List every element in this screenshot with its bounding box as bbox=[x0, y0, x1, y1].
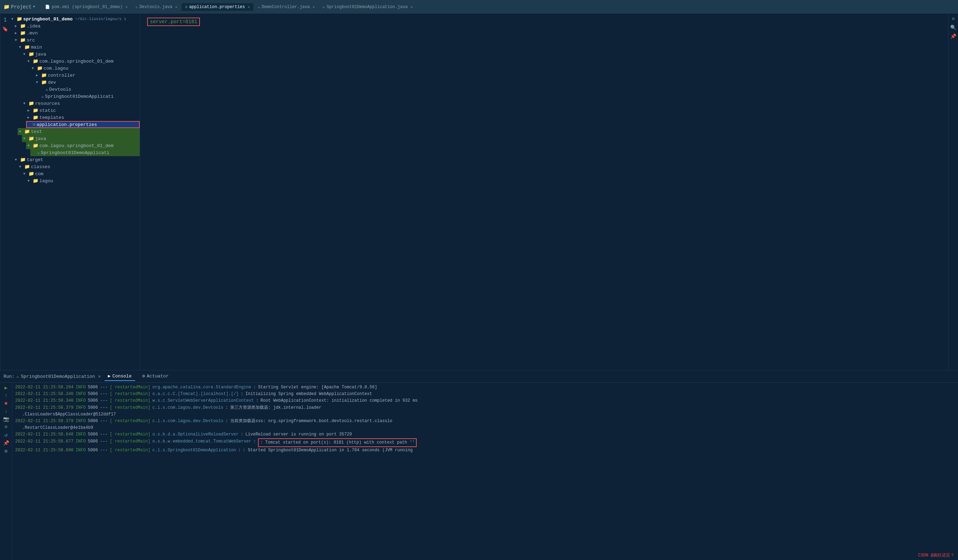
tab-democontroller-close[interactable]: ✕ bbox=[312, 5, 315, 9]
tree-lagou[interactable]: ▼ 📁 lagou bbox=[26, 177, 140, 184]
tree-classes-com[interactable]: ▼ 📁 com bbox=[22, 170, 140, 177]
tab-pom[interactable]: 📄 pom.xml (springboot_01_demo) ✕ bbox=[41, 3, 131, 11]
tab-devtools[interactable]: ☕ Devtools.java ✕ bbox=[132, 3, 181, 11]
run-tab-actuator[interactable]: ⚙ Actuator bbox=[139, 372, 172, 381]
run-icon-refresh[interactable]: ↺ bbox=[5, 432, 7, 438]
static-label: static bbox=[40, 108, 56, 113]
run-tab-console[interactable]: ▶ Console bbox=[105, 372, 135, 381]
log-pid-3: 5006 bbox=[88, 397, 98, 404]
java-file-icon-2: ☕ bbox=[258, 5, 260, 9]
panel-icon-1[interactable]: 1 bbox=[3, 17, 7, 23]
com-folder-icon: 📁 bbox=[33, 59, 38, 64]
main-folder-icon: 📁 bbox=[24, 44, 30, 50]
tree-java[interactable]: ▼ 📁 java bbox=[22, 51, 140, 58]
tab-springbootapp[interactable]: ☕ Springboot01DemoApplication.java ✕ bbox=[319, 3, 416, 11]
templates-arrow: ▶ bbox=[27, 115, 32, 120]
run-icon-stop[interactable]: ■ bbox=[5, 401, 7, 406]
tab-appprops-label: application.properties bbox=[189, 5, 244, 9]
log-colon-7: : bbox=[254, 438, 256, 445]
idea-label: .idea bbox=[27, 24, 40, 29]
classes-arrow: ▼ bbox=[19, 165, 23, 169]
right-icon-2[interactable]: 🔍 bbox=[950, 25, 956, 31]
log-ts-5: 2022-02-11 21:25:58.379 bbox=[15, 418, 73, 425]
server-port-box[interactable]: server.port=8181 bbox=[147, 17, 200, 26]
test-java-label: java bbox=[35, 136, 46, 141]
run-icon-settings[interactable]: ⚙ bbox=[5, 448, 7, 454]
project-folder-icon: 📁 bbox=[3, 4, 10, 10]
panel-icon-bookmark[interactable]: 🔖 bbox=[2, 26, 8, 32]
classes-com-folder-icon: 📁 bbox=[29, 171, 34, 177]
run-panel: Run: ☕ Springboot01DemoApplication ✕ ▶ C… bbox=[0, 370, 958, 560]
log-pid-2: 5006 bbox=[88, 391, 98, 397]
log-thread-6: [ restartedMain] bbox=[110, 431, 150, 438]
run-close-btn[interactable]: ✕ bbox=[98, 373, 101, 379]
right-icon-3[interactable]: 📌 bbox=[950, 33, 956, 40]
run-icon-down[interactable]: ↓ bbox=[5, 408, 7, 414]
appprops-label: application.properties bbox=[36, 122, 97, 127]
templates-label: templates bbox=[40, 115, 64, 120]
tree-src[interactable]: ▼ 📁 src bbox=[13, 36, 140, 44]
tab-appprops-close[interactable]: ✕ bbox=[248, 5, 250, 9]
tab-devtools-close[interactable]: ✕ bbox=[175, 5, 178, 9]
java-file-icon: ☕ bbox=[135, 5, 138, 9]
tree-classes[interactable]: ▼ 📁 classes bbox=[17, 163, 140, 170]
run-icon-pin[interactable]: 📌 bbox=[3, 440, 9, 446]
lagou-folder-icon: 📁 bbox=[33, 178, 38, 184]
run-icon-up[interactable]: ↑ bbox=[5, 393, 7, 399]
test-arrow: ▼ bbox=[19, 130, 23, 134]
log-line-3: 2022-02-11 21:25:58.340 INFO 5006 --- [ … bbox=[15, 397, 955, 404]
tab-democontroller[interactable]: ☕ DemoController.java ✕ bbox=[254, 3, 318, 11]
log-pid-7: 5006 bbox=[88, 438, 98, 445]
tree-mvn[interactable]: ▶ 📁 .mvn bbox=[13, 30, 140, 36]
tree-controller[interactable]: ▶ 📁 controller bbox=[35, 72, 140, 79]
tree-test-com[interactable]: ▼ 📁 com.lagou.springboot_01_dem bbox=[26, 142, 140, 149]
resources-arrow: ▼ bbox=[23, 102, 27, 106]
tree-com-lagou[interactable]: ▼ 📁 com.lagou bbox=[30, 65, 140, 72]
right-icon-1[interactable]: ≡ bbox=[952, 16, 955, 22]
run-tab-bar: Run: ☕ Springboot01DemoApplication ✕ ▶ C… bbox=[0, 370, 958, 383]
log-class-4: c.l.s.com.lagou.dev.Devtools bbox=[152, 405, 224, 411]
tree-static[interactable]: ▶ 📁 static bbox=[26, 107, 140, 114]
tree-appprops-file[interactable]: ⚙ application.properties bbox=[26, 121, 140, 128]
com-lagou-label: com.lagou bbox=[44, 66, 68, 71]
tree-dev[interactable]: ▼ 📁 dev bbox=[35, 79, 140, 86]
project-dropdown-arrow[interactable]: ▼ bbox=[33, 5, 35, 9]
watermark: CSDN @疯狂还定？ bbox=[918, 552, 955, 558]
tree-target[interactable]: ▼ 📁 target bbox=[13, 156, 140, 163]
tree-devtools-file[interactable]: ☕ Devtools bbox=[39, 86, 140, 93]
tree-templates[interactable]: ▶ 📁 templates bbox=[26, 114, 140, 121]
prop-file-icon: ⚙ bbox=[185, 5, 187, 9]
tree-springbootapp-file[interactable]: ☕ Springboot01DemoApplicati bbox=[35, 93, 140, 100]
src-arrow: ▼ bbox=[15, 38, 19, 42]
tree-root[interactable]: ▼ 📁 springboot_01_demo ~/Git-liuxin/lago… bbox=[10, 16, 140, 22]
run-icon-list[interactable]: ≡ bbox=[5, 424, 7, 430]
log-dashes-5: --- bbox=[100, 418, 108, 425]
editor-area[interactable]: server.port=8181 bbox=[140, 14, 948, 370]
tree-com-lagou-springboot[interactable]: ▼ 📁 com.lagou.springboot_01_dem bbox=[26, 58, 140, 65]
controller-label: controller bbox=[48, 73, 75, 78]
log-level-3: INFO bbox=[76, 397, 86, 404]
log-dashes-8: --- bbox=[100, 447, 108, 454]
tree-test-springbootapp[interactable]: ☕ Springboot01DemoApplicati bbox=[30, 149, 140, 156]
actuator-icon: ⚙ bbox=[142, 373, 145, 379]
idea-arrow: ▶ bbox=[15, 24, 19, 28]
tree-resources[interactable]: ▼ 📁 resources bbox=[22, 100, 140, 107]
tree-idea[interactable]: ▶ 📁 .idea bbox=[13, 22, 140, 30]
dev-arrow: ▼ bbox=[36, 81, 40, 84]
tab-springbootapp-close[interactable]: ✕ bbox=[410, 5, 412, 9]
tree-test[interactable]: ▼ 📁 test bbox=[17, 128, 140, 135]
test-label: test bbox=[31, 129, 42, 134]
tab-appprops[interactable]: ⚙ application.properties ✕ bbox=[182, 3, 254, 11]
target-folder-icon: 📁 bbox=[20, 157, 26, 163]
src-label: src bbox=[27, 38, 35, 43]
tree-test-java[interactable]: ▼ 📁 java bbox=[22, 135, 140, 142]
run-icon-play[interactable]: ▶ bbox=[5, 385, 7, 391]
appprops-prop-icon: ⚙ bbox=[33, 122, 36, 127]
project-label[interactable]: 📁 Project ▼ bbox=[3, 4, 35, 10]
log-msg-3: Root WebApplicationContext: initializati… bbox=[260, 397, 417, 404]
tab-democontroller-label: DemoController.java bbox=[262, 5, 310, 9]
run-icon-camera[interactable]: 📷 bbox=[3, 416, 9, 422]
tab-pom-close[interactable]: ✕ bbox=[125, 5, 127, 9]
tree-main[interactable]: ▼ 📁 main bbox=[17, 44, 140, 51]
log-level-6: INFO bbox=[76, 431, 86, 438]
